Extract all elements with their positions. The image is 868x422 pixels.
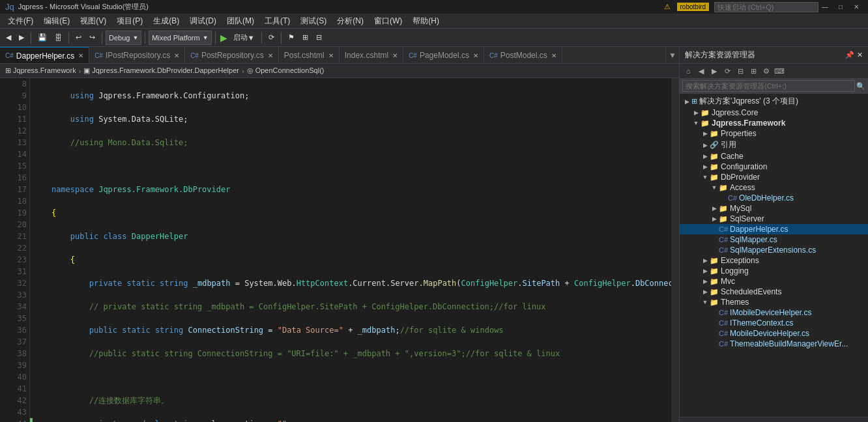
tab-pagemodel[interactable]: C# PageModel.cs ✕ <box>403 47 484 64</box>
toolbar-extra-1[interactable]: ⚑ <box>285 31 298 45</box>
tab-cs-icon-6: C# <box>489 52 498 59</box>
menu-help[interactable]: 帮助(H) <box>407 14 444 28</box>
path-middle[interactable]: ▣ Jqpress.Framework.DbProvider.DapperHel… <box>81 66 242 75</box>
tree-mobiledevicehelper[interactable]: C# MobileDeviceHelper.cs <box>680 328 868 339</box>
menu-tools[interactable]: 工具(T) <box>259 14 295 28</box>
tab-label-1: IPostRepository.cs <box>106 51 170 60</box>
tree-oledbhelper[interactable]: C# OleDbHelper.cs <box>680 193 868 203</box>
back-button[interactable]: ◀ <box>3 31 14 45</box>
tree-sqlmapper[interactable]: C# SqlMapper.cs <box>680 234 868 245</box>
close-button[interactable]: ✕ <box>850 2 863 12</box>
redo-button[interactable]: ↪ <box>86 31 98 45</box>
code-content[interactable]: using Jqpress.Framework.Configuration; u… <box>30 78 671 422</box>
tree-solution[interactable]: ▶ ⊞ 解决方案'Jqpress' (3 个项目) <box>680 95 868 107</box>
menu-window[interactable]: 窗口(W) <box>369 14 407 28</box>
tree-themeablebuildmanager[interactable]: C# ThemeableBuildManagerViewEr... <box>680 339 868 349</box>
se-collapse-btn[interactable]: ⊟ <box>734 65 746 77</box>
scheduledevents-icon: 📁 <box>710 288 719 296</box>
menu-debug[interactable]: 调试(D) <box>184 14 222 28</box>
se-pin-button[interactable]: 📌 <box>845 51 854 59</box>
tree-dapperhelper-file[interactable]: C# DapperHelper.cs <box>680 224 868 234</box>
play-button[interactable]: ▶ <box>219 33 229 43</box>
forward-button[interactable]: ▶ <box>16 31 27 45</box>
platform-dropdown[interactable]: Mixed Platform ▼ <box>149 31 211 45</box>
menu-build[interactable]: 生成(B) <box>148 14 184 28</box>
se-filter-btn[interactable]: ⊞ <box>747 65 759 77</box>
tab-close-5[interactable]: ✕ <box>473 52 478 59</box>
menu-analyze[interactable]: 分析(N) <box>332 14 369 28</box>
main-layout: C# DapperHelper.cs ✕ C# IPostRepository.… <box>0 47 868 422</box>
se-search-input[interactable] <box>682 80 855 92</box>
tree-dbprovider[interactable]: ▼ 📁 DbProvider <box>680 172 868 182</box>
se-scrollbar[interactable] <box>680 417 868 422</box>
start-dropdown[interactable]: 启动 ▼ <box>230 31 258 45</box>
tabs-overflow-button[interactable]: ▼ <box>665 47 679 63</box>
access-arrow: ▼ <box>710 184 719 191</box>
tree-cache[interactable]: ▶ 📁 Cache <box>680 151 868 162</box>
mobiledevice-icon: C# <box>719 330 728 337</box>
cache-icon: 📁 <box>710 152 719 161</box>
se-home-btn[interactable]: ⌂ <box>682 65 694 77</box>
platform-label: Mixed Platform <box>152 34 199 42</box>
toolbar-sep-3 <box>102 32 102 44</box>
se-close-button[interactable]: ✕ <box>857 51 863 59</box>
tree-jqpress-core[interactable]: ▶ 📁 Jqpress.Core <box>680 107 868 118</box>
tab-ipostrepository[interactable]: C# IPostRepository.cs ✕ <box>89 47 185 64</box>
se-sync-btn[interactable]: ⟳ <box>721 65 733 77</box>
tree-exceptions[interactable]: ▶ 📁 Exceptions <box>680 255 868 266</box>
tab-close-6[interactable]: ✕ <box>551 52 557 59</box>
menu-view[interactable]: 视图(V) <box>75 14 111 28</box>
save-button[interactable]: 💾 <box>35 31 50 45</box>
debug-mode-dropdown[interactable]: Debug ▼ <box>106 31 141 45</box>
logging-icon: 📁 <box>710 267 719 275</box>
tree-jqpress-framework[interactable]: ▼ 📁 Jqpress.Framework <box>680 118 868 128</box>
toolbar-extra-2[interactable]: ⊞ <box>299 31 311 45</box>
tab-close-2[interactable]: ✕ <box>268 52 273 59</box>
se-back-btn[interactable]: ◀ <box>695 65 707 77</box>
tab-close-4[interactable]: ✕ <box>392 52 398 59</box>
quick-launch-input[interactable] <box>714 2 818 12</box>
tree-themes[interactable]: ▼ 📁 Themes <box>680 297 868 307</box>
tree-mvc[interactable]: ▶ 📁 Mvc <box>680 276 868 287</box>
tree-imobiledevicehelper[interactable]: C# IMobileDeviceHelper.cs <box>680 307 868 318</box>
tree-sqlmapperext[interactable]: C# SqlMapperExtensions.cs <box>680 245 868 255</box>
tab-postrepository[interactable]: C# PostRepository.cs ✕ <box>185 47 279 64</box>
minimize-button[interactable]: — <box>818 2 832 12</box>
tree-access[interactable]: ▼ 📁 Access <box>680 182 868 193</box>
tree-mysql[interactable]: ▶ 📁 MySql <box>680 203 868 214</box>
tree-sqlserver[interactable]: ▶ 📁 SqlServer <box>680 214 868 224</box>
menu-project[interactable]: 项目(P) <box>111 14 148 28</box>
path-left[interactable]: ⊞ Jqpress.Framework <box>3 66 79 75</box>
refresh-button[interactable]: ⟳ <box>265 31 278 45</box>
mvc-label: Mvc <box>721 277 735 286</box>
editor-scrollbar-v[interactable] <box>671 78 679 422</box>
tree-properties[interactable]: ▶ 📁 Properties <box>680 128 868 139</box>
toolbar-sep-6 <box>261 32 262 44</box>
menu-file[interactable]: 文件(F) <box>3 14 38 28</box>
path-right[interactable]: ◎ OpenConnectionSql() <box>244 66 327 75</box>
tree-logging[interactable]: ▶ 📁 Logging <box>680 266 868 276</box>
tab-cs-icon-0: C# <box>5 52 14 59</box>
tab-close-3[interactable]: ✕ <box>328 52 334 59</box>
maximize-button[interactable]: □ <box>834 2 847 12</box>
menu-edit[interactable]: 编辑(E) <box>38 14 75 28</box>
menu-test[interactable]: 测试(S) <box>295 14 332 28</box>
tree-ithemecontext[interactable]: C# IThemeContext.cs <box>680 318 868 328</box>
tab-dapperhelper[interactable]: C# DapperHelper.cs ✕ <box>0 47 89 64</box>
tab-close-0[interactable]: ✕ <box>78 52 83 59</box>
se-forward-btn[interactable]: ▶ <box>708 65 720 77</box>
tab-index-cshtml[interactable]: Index.cshtml ✕ <box>340 47 403 64</box>
se-settings-btn[interactable]: ⚙ <box>760 65 772 77</box>
toolbar-extra-3[interactable]: ⊟ <box>313 31 325 45</box>
tab-post-cshtml[interactable]: Post.cshtml ✕ <box>279 47 340 64</box>
mobiledevice-label: MobileDeviceHelper.cs <box>730 329 809 338</box>
menu-team[interactable]: 团队(M) <box>222 14 259 28</box>
tree-scheduledevents[interactable]: ▶ 📁 ScheduledEvents <box>680 287 868 297</box>
tab-postmodel[interactable]: C# PostModel.cs ✕ <box>484 47 562 64</box>
tree-references[interactable]: ▶ 🔗 引用 <box>680 139 868 151</box>
se-code-btn[interactable]: ⌨ <box>774 65 785 77</box>
undo-button[interactable]: ↩ <box>72 31 85 45</box>
tree-configuration[interactable]: ▶ 📁 Configuration <box>680 162 868 172</box>
save-all-button[interactable]: 🗄 <box>51 31 65 45</box>
tab-close-1[interactable]: ✕ <box>174 52 179 59</box>
